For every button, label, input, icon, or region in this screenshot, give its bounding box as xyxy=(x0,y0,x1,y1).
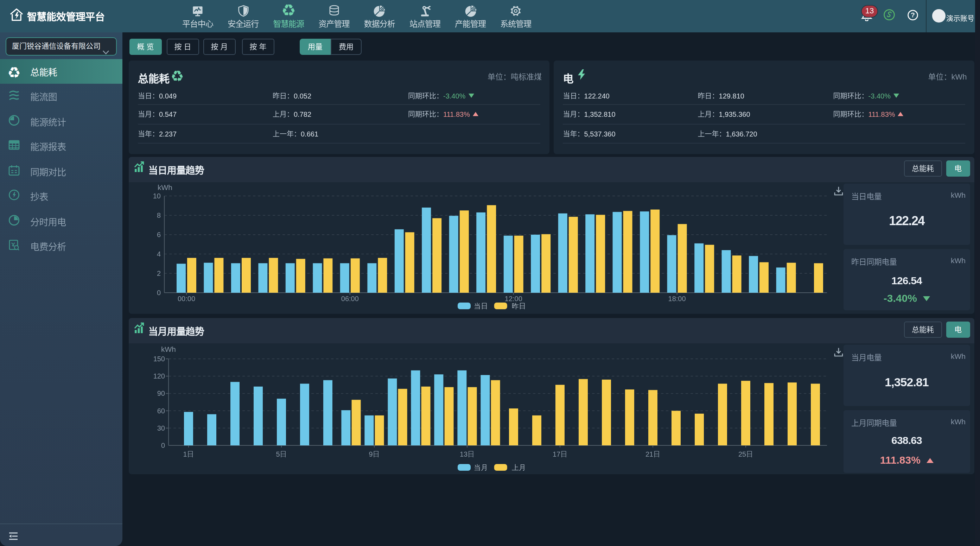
svg-text:18:00: 18:00 xyxy=(668,295,686,302)
svg-text:?: ? xyxy=(911,11,915,18)
svg-text:12:00: 12:00 xyxy=(505,295,522,302)
svg-text:06:00: 06:00 xyxy=(341,295,359,302)
svg-text:6: 6 xyxy=(157,231,161,239)
svg-text:4: 4 xyxy=(157,250,161,258)
svg-text:当月: 当月 xyxy=(474,464,488,471)
svg-text:昨日: 昨日 xyxy=(512,302,526,310)
svg-text:150: 150 xyxy=(153,355,165,363)
svg-text:当日: 当日 xyxy=(474,302,488,310)
svg-text:5日: 5日 xyxy=(276,450,287,458)
svg-text:13日: 13日 xyxy=(460,450,474,458)
svg-text:1日: 1日 xyxy=(183,450,194,458)
svg-text:kWh: kWh xyxy=(158,183,172,191)
svg-text:120: 120 xyxy=(153,372,165,380)
svg-text:21日: 21日 xyxy=(646,450,660,458)
svg-text:2: 2 xyxy=(157,269,161,277)
svg-text:0: 0 xyxy=(157,289,161,296)
svg-text:kWh: kWh xyxy=(161,345,176,353)
svg-text:上月: 上月 xyxy=(512,464,526,471)
svg-text:60: 60 xyxy=(157,407,165,415)
svg-text:9日: 9日 xyxy=(369,450,380,458)
svg-text:8: 8 xyxy=(157,212,161,219)
svg-text:30: 30 xyxy=(157,424,165,432)
svg-text:90: 90 xyxy=(157,390,165,397)
svg-text:10: 10 xyxy=(153,192,161,200)
svg-text:17日: 17日 xyxy=(553,450,567,458)
svg-text:25日: 25日 xyxy=(738,450,753,458)
svg-text:0: 0 xyxy=(161,441,165,449)
svg-text:00:00: 00:00 xyxy=(178,295,195,302)
